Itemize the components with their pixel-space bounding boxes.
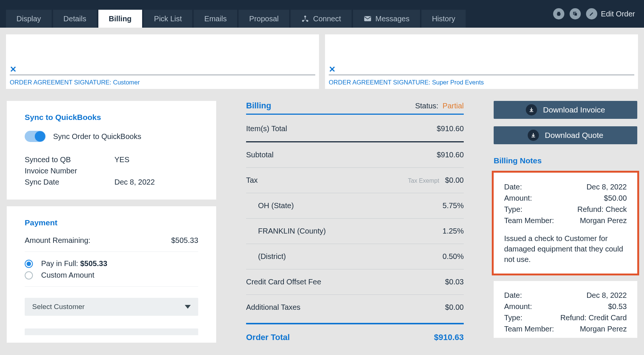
tab-label: Billing [109,15,132,23]
download-invoice-button[interactable]: Download Invoice [494,101,637,119]
select-customer-label: Select Customer [32,303,85,311]
additional-taxes-value: $0.00 [445,303,464,312]
note-teammember: Morgan Perez [580,215,627,226]
copy-icon [572,11,578,17]
tab-label: Messages [375,15,410,23]
left-column: Sync to QuickBooks Sync Order to QuickBo… [7,101,216,343]
tab-emails[interactable]: Emails [194,10,237,28]
items-total-label: Item(s) Total [246,124,287,133]
edit-order-label: Edit Order [601,10,635,18]
download-icon [526,104,537,115]
additional-taxes-label: Additional Taxes [246,303,300,312]
note-date: Dec 8, 2022 [586,182,627,192]
order-total-label: Order Total [246,333,290,342]
cc-offset-label: Credit Card Offset Fee [246,278,321,286]
tab-billing[interactable]: Billing [98,10,142,28]
billing-summary: Billing Status: Partial Item(s) Total $9… [246,101,464,343]
radio-icon [25,271,33,280]
connect-icon [301,15,309,23]
payment-card: Payment Amount Remaining: $505.33 Pay in… [7,206,216,343]
tax-franklin-county: FRANKLIN (County) [258,227,326,235]
svg-rect-5 [558,12,560,13]
tax-district: (District) [258,252,286,261]
signature-company: ✕ ORDER AGREEMENT SIGNATURE: Super Prod … [325,34,638,89]
quickbooks-title: Sync to QuickBooks [25,113,198,122]
billing-note: Date:Dec 8, 2022 Amount:$50.00 Type:Refu… [494,173,637,274]
signature-label: ORDER AGREEMENT SIGNATURE: Super Prod Ev… [329,79,634,86]
note-type-label: Type: [504,204,522,214]
note-date: Dec 8, 2022 [586,290,627,300]
payment-title: Payment [25,218,198,227]
main-grid: Sync to QuickBooks Sync Order to QuickBo… [6,101,638,343]
pay-in-full-option[interactable]: Pay in Full: $505.33 [25,259,198,268]
note-amount: $0.53 [608,301,627,312]
note-type: Refund: Check [577,204,627,214]
tab-history[interactable]: History [421,10,466,28]
tab-details[interactable]: Details [53,10,97,28]
sync-date-label: Sync Date [25,176,114,188]
note-teammember-label: Team Member: [504,324,554,334]
items-total-value: $910.60 [437,124,464,133]
synced-to-qb-value: YES [114,154,129,165]
billing-status: Status: Partial [415,102,464,110]
radio-icon [25,260,33,268]
signature-label: ORDER AGREEMENT SIGNATURE: Customer [10,79,315,86]
topbar: Display Details Billing Pick List Emails… [0,0,644,28]
note-teammember-label: Team Member: [504,215,554,226]
next-field-peek [25,328,198,335]
print-icon [556,11,562,17]
messages-icon [364,15,372,23]
signature-line[interactable]: ✕ [10,75,315,75]
tab-label: Proposal [249,15,279,23]
edit-order-button[interactable]: Edit Order [586,8,635,19]
signature-customer: ✕ ORDER AGREEMENT SIGNATURE: Customer [6,34,319,89]
custom-amount-option[interactable]: Custom Amount [25,271,198,280]
subtotal-value: $910.60 [437,151,464,159]
note-amount-label: Amount: [504,193,532,203]
pencil-icon [589,11,594,16]
tax-amount: $0.00 [445,176,464,184]
status-value: Partial [442,102,464,110]
duplicate-button[interactable] [570,8,581,19]
signature-row: ✕ ORDER AGREEMENT SIGNATURE: Customer ✕ … [6,34,638,89]
tax-franklin-pct: 1.25% [442,227,464,235]
tax-oh-state-pct: 5.75% [442,201,464,210]
sync-toggle[interactable] [25,131,46,142]
tab-display[interactable]: Display [6,10,52,28]
edit-icon-wrap [586,8,597,19]
tax-oh-state: OH (State) [258,201,294,210]
note-teammember: Morgan Perez [580,324,627,334]
cc-offset-value: $0.03 [445,278,464,286]
order-total-value: $910.63 [434,333,464,342]
tab-label: Details [64,15,86,23]
subtotal-label: Subtotal [246,151,273,159]
download-quote-label: Download Quote [545,131,603,140]
download-quote-button[interactable]: Download Quote [494,126,637,144]
tax-value: Tax Exempt $0.00 [408,176,464,185]
print-button[interactable] [553,8,564,19]
note-date-label: Date: [504,182,522,192]
sync-date-value: Dec 8, 2022 [114,176,155,188]
tab-messages[interactable]: Messages [353,10,420,28]
signature-line[interactable]: ✕ [329,75,634,75]
pay-in-full-label: Pay in Full: $505.33 [41,259,107,268]
right-column: Download Invoice Download Quote Billing … [494,101,637,343]
chevron-down-icon [185,305,191,309]
tabs: Display Details Billing Pick List Emails… [6,0,466,28]
amount-remaining-value: $505.33 [171,236,198,245]
pay-in-full-prefix: Pay in Full: [41,259,80,268]
tab-connect[interactable]: Connect [291,10,352,28]
pay-in-full-amount: $505.33 [80,259,107,268]
sync-toggle-label: Sync Order to QuickBooks [53,132,141,141]
tax-exempt-label: Tax Exempt [408,178,439,184]
select-customer-dropdown[interactable]: Select Customer [25,298,198,316]
note-amount: $50.00 [604,193,627,203]
tab-proposal[interactable]: Proposal [239,10,289,28]
svg-point-0 [304,16,306,18]
note-type: Refund: Credit Card [560,312,627,323]
billing-notes-title: Billing Notes [494,156,637,165]
signature-x-icon: ✕ [329,65,335,74]
top-actions: Edit Order [553,0,635,28]
tab-pick-list[interactable]: Pick List [144,10,192,28]
svg-rect-6 [558,15,560,16]
